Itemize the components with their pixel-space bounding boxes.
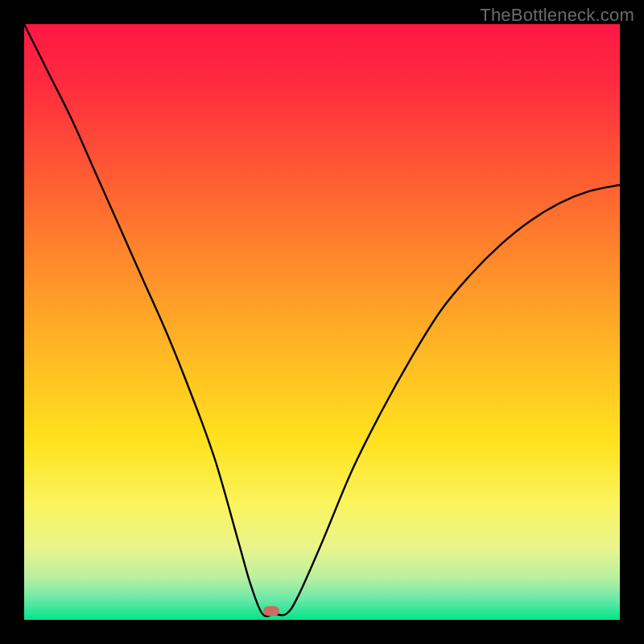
watermark-text: TheBottleneck.com [480, 5, 634, 26]
chart-frame: TheBottleneck.com [0, 0, 644, 644]
optimum-marker [263, 606, 279, 616]
plot-area [24, 24, 620, 620]
bottleneck-curve [24, 24, 620, 620]
